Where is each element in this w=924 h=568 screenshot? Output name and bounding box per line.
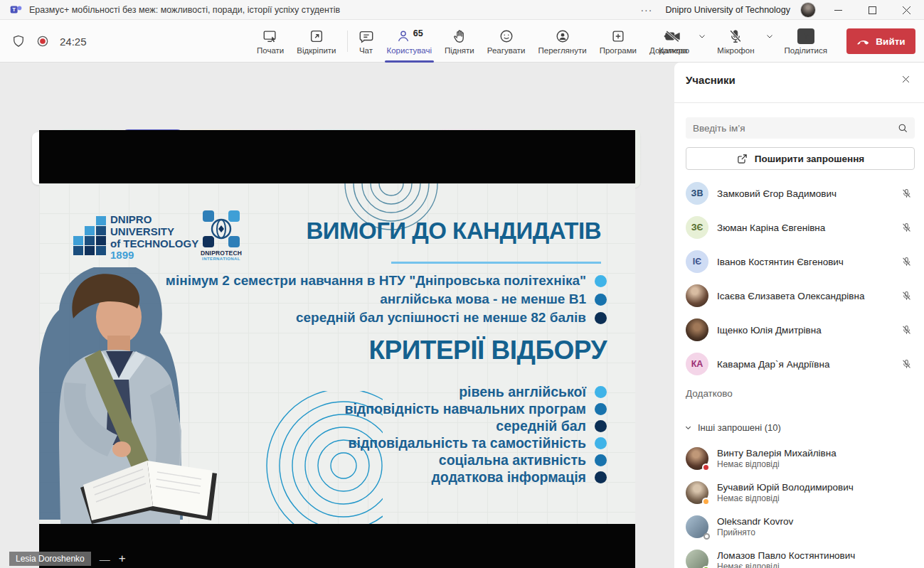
minimize-button[interactable] [826, 0, 850, 20]
invited-name: Бучавий Юрій Володимирович [717, 482, 913, 493]
participant-row[interactable]: КА Каварма Дар`я Андріївна [674, 347, 924, 381]
status-busy-dot [702, 463, 710, 471]
avatar-photo [686, 284, 708, 307]
invited-section-header[interactable]: Інші запрошені (10) [684, 422, 781, 433]
title-bar: T Еразмус+ мобільності без меж: можливос… [0, 0, 924, 20]
mic-button[interactable]: Мікрофон [711, 26, 760, 58]
bullet-dot [595, 420, 607, 432]
account-avatar[interactable] [800, 2, 816, 18]
share-screen-icon [797, 28, 814, 44]
close-button[interactable] [894, 0, 918, 20]
invited-row[interactable]: Ломазов Павло Костянтинович Немає відпов… [674, 544, 924, 568]
share-screen-button[interactable]: Поділитися [778, 26, 834, 58]
criteria-item: відповідальність та самостійність [349, 435, 607, 451]
invited-name: Oleksandr Kovrov [717, 516, 913, 527]
criteria-item: відповідність навчальних програм [344, 401, 607, 417]
camera-button[interactable]: Камера [652, 26, 694, 58]
raise-hand-button[interactable]: Підняти [438, 26, 481, 58]
participant-row[interactable]: ЗЄ Зюман Каріна Євгенівна [674, 210, 924, 245]
avatar: ІЄ [686, 250, 708, 273]
avatar-photo [686, 318, 708, 341]
people-button[interactable]: 65 Користувачі [381, 26, 438, 58]
react-button[interactable]: Реагувати [481, 26, 532, 58]
mic-off-icon[interactable] [901, 256, 913, 268]
status-offline-dot [703, 533, 710, 540]
participant-name: Замковий Єгор Вадимович [717, 188, 901, 199]
invited-status: Немає відповіді [717, 459, 913, 469]
leave-button[interactable]: Вийти [846, 28, 915, 54]
slide-subtitle: КРИТЕРІЇ ВІДБОРУ [368, 336, 607, 365]
invited-name: Винту Валерія Михайлівна [717, 448, 913, 459]
mic-off-icon[interactable] [901, 188, 913, 200]
participant-name: Каварма Дар`я Андріївна [717, 359, 901, 370]
start-button[interactable]: Почати [250, 26, 290, 58]
participant-row[interactable]: ЗВ Замковий Єгор Вадимович [674, 176, 924, 210]
chevron-down-icon [684, 424, 692, 432]
zoom-out-button[interactable]: — [100, 553, 110, 565]
apps-button[interactable]: Програми [593, 26, 643, 58]
titlebar-more-icon[interactable]: ··· [637, 4, 655, 16]
criteria-item: рівень англійської [459, 384, 607, 400]
bullet-dot [595, 312, 607, 324]
avatar: ЗЄ [686, 216, 708, 239]
meeting-timer: 24:25 [60, 36, 87, 48]
presentation-slide: DNIPRO UNIVERSITY of TECHNOLOGY 1899 DNI… [39, 183, 635, 524]
zoom-in-button[interactable]: + [119, 552, 126, 566]
avatar-photo [686, 481, 708, 504]
avatar-photo [686, 447, 708, 470]
status-away-dot [702, 498, 710, 505]
shield-icon[interactable] [11, 34, 26, 48]
panel-title: Учасники [686, 74, 736, 86]
participant-name: Зюман Каріна Євгенівна [717, 223, 901, 233]
mic-options-chevron[interactable] [764, 29, 775, 43]
avatar-photo [686, 515, 708, 538]
bullet-dot [595, 454, 607, 466]
invited-row[interactable]: Oleksandr Kovrov Прийнято [674, 510, 924, 544]
mic-off-icon[interactable] [901, 358, 913, 370]
toolbar-separator [347, 31, 348, 52]
invited-name: Ломазов Павло Костянтинович [717, 550, 913, 561]
shared-screen-stage[interactable]: DNIPRO UNIVERSITY of TECHNOLOGY 1899 DNI… [39, 130, 635, 568]
unpin-button[interactable]: Відкріпити [290, 26, 342, 58]
avatar: КА [686, 353, 708, 375]
search-input[interactable] [686, 123, 897, 134]
search-box[interactable] [686, 117, 915, 139]
meeting-toolbar: 24:25 Почати Відкріпити Чат 65 Кори [0, 20, 924, 63]
participant-name: Іванов Костянтин Євгенович [717, 257, 901, 267]
bullet-dot [595, 294, 607, 306]
dnipro-university-logo-text: DNIPRO UNIVERSITY of TECHNOLOGY 1899 [110, 214, 198, 262]
invited-row[interactable]: Бучавий Юрій Володимирович Немає відпові… [674, 476, 924, 510]
requirement-item: англійська мова - не менше В1 [380, 291, 607, 307]
chat-button[interactable]: Чат [352, 26, 381, 58]
mic-off-icon[interactable] [901, 290, 913, 302]
avatar: ЗВ [686, 182, 708, 205]
participant-name: Ісаєва Єлизавета Олександрівна [717, 291, 901, 301]
participants-panel: Учасники Поширити запрошення ЗВ Замковий… [674, 63, 924, 568]
slide-title: ВИМОГИ ДО КАНДИДАТІВ [306, 218, 601, 245]
criteria-item: соціальна активність [439, 452, 607, 468]
close-panel-icon[interactable] [901, 74, 911, 85]
criteria-item: середній бал [496, 418, 607, 434]
teams-meeting-window: T Еразмус+ мобільності без меж: можливос… [0, 0, 924, 568]
participant-row[interactable]: ІЄ Іванов Костянтин Євгенович [674, 245, 924, 279]
invited-row[interactable]: Винту Валерія Михайлівна Немає відповіді [674, 441, 924, 476]
meeting-title: Еразмус+ мобільності без меж: можливості… [29, 5, 340, 15]
requirement-item: середній бал успішності не менше 82 балі… [296, 310, 607, 326]
share-invite-button[interactable]: Поширити запрошення [686, 147, 915, 170]
mic-off-icon[interactable] [901, 222, 913, 234]
avatar-photo [686, 550, 708, 568]
participant-filmstrip: ЖМ СО КВ [0, 63, 674, 130]
account-name: Dnipro University of Technology [665, 5, 790, 15]
more-section-label: Додатково [686, 388, 733, 399]
participant-row[interactable]: Ісаєва Єлизавета Олександрівна [674, 279, 924, 313]
search-icon [897, 122, 908, 134]
maximize-button[interactable] [860, 0, 884, 20]
mic-off-icon[interactable] [901, 324, 913, 336]
camera-options-chevron[interactable] [696, 29, 708, 43]
view-button[interactable]: Переглянути [532, 26, 593, 58]
participant-row[interactable]: Іщенко Юлія Дмитрівна [674, 313, 924, 347]
share-invite-icon [736, 153, 748, 165]
participant-name: Іщенко Юлія Дмитрівна [717, 325, 901, 336]
bullet-dot [595, 471, 607, 483]
dnipro-university-logo [72, 216, 107, 257]
